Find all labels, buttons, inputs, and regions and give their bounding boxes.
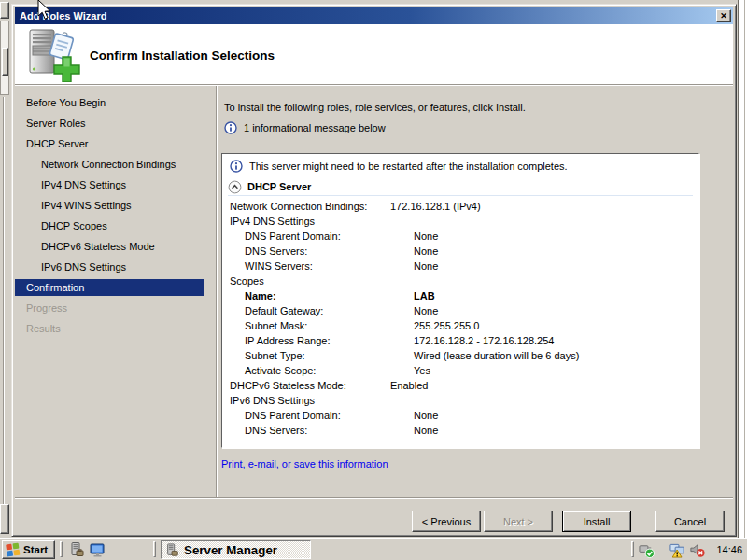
add-roles-icon [24, 28, 82, 82]
detail-row: Subnet Mask:255.255.255.0 [222, 318, 698, 333]
summary-rows: Network Connection Bindings:172.16.128.1… [222, 199, 698, 438]
detail-row: DNS Servers:None [222, 244, 698, 259]
detail-label: Activate Scope: [245, 363, 316, 378]
detail-value: None [414, 423, 438, 438]
sidebar-item-label: DHCPv6 Stateless Mode [41, 241, 155, 252]
sidebar-item-before-you-begin[interactable]: Before You Begin [15, 92, 216, 113]
close-icon: ✕ [720, 11, 727, 21]
install-button[interactable]: Install [562, 511, 631, 532]
detail-value: None [414, 408, 438, 423]
sidebar-item-dhcp-scopes[interactable]: DHCP Scopes [15, 216, 216, 236]
usb-ok-icon[interactable] [639, 542, 655, 558]
detail-value: Yes [414, 363, 430, 378]
network-warning-icon[interactable] [669, 542, 685, 558]
detail-label: DNS Servers: [245, 423, 307, 438]
chevron-up-icon [228, 180, 242, 194]
close-button[interactable]: ✕ [716, 9, 731, 22]
sidebar-item-ipv4-wins-settings[interactable]: IPv4 WINS Settings [15, 195, 216, 216]
print-email-save-link[interactable]: Print, e-mail, or save this information [221, 458, 388, 469]
detail-value: None [414, 303, 438, 318]
detail-label: Name: [245, 288, 276, 303]
detail-row: DHCPv6 Stateless Mode:Enabled [222, 378, 698, 393]
sidebar-item-label: Server Roles [26, 118, 86, 129]
confirmation-summary-panel: This server might need to be restarted a… [221, 153, 699, 448]
detail-label: IP Address Range: [245, 333, 331, 348]
sidebar-item-label: IPv4 DNS Settings [41, 179, 126, 190]
volume-muted-icon[interactable] [689, 542, 705, 558]
server-manager-icon[interactable] [69, 542, 85, 557]
page-title: Confirm Installation Selections [90, 49, 275, 63]
detail-label: Default Gateway: [245, 303, 323, 318]
detail-label: Subnet Mask: [245, 318, 307, 333]
wizard-body: Before You BeginServer RolesDHCP ServerN… [15, 86, 733, 497]
sidebar-item-label: DHCP Scopes [41, 220, 107, 231]
background-window-edge-right [738, 0, 747, 538]
background-scrollbar-thumb [2, 48, 8, 76]
add-roles-wizard-window: Add Roles Wizard ✕ [11, 4, 737, 537]
info-icon [224, 121, 237, 134]
next-button: Next > [484, 511, 553, 532]
sidebar-item-label: Network Connection Bindings [41, 159, 176, 170]
dhcp-server-section-header[interactable]: DHCP Server [228, 178, 693, 196]
detail-label: DNS Parent Domain: [245, 408, 341, 423]
detail-row: WINS Servers:None [222, 259, 698, 273]
previous-button[interactable]: < Previous [412, 511, 481, 532]
sidebar-item-network-connection-bindings[interactable]: Network Connection Bindings [15, 154, 216, 175]
detail-label: DNS Servers: [245, 244, 307, 259]
detail-label: Subnet Type: [245, 348, 305, 363]
task-area-grip[interactable] [153, 541, 156, 557]
task-label: Server Manager [184, 543, 277, 557]
windows-logo-icon [6, 542, 21, 557]
detail-value: 172.16.128.1 (IPv4) [390, 199, 481, 214]
info-summary-text: 1 informational message below [244, 122, 386, 133]
detail-value: Enabled [390, 378, 428, 393]
titlebar[interactable]: Add Roles Wizard ✕ [15, 7, 733, 24]
sidebar-item-label: Results [26, 323, 61, 334]
detail-label: Network Connection Bindings: [230, 199, 367, 214]
quick-launch-grip[interactable] [60, 541, 63, 557]
restart-notice-text: This server might need to be restarted a… [249, 161, 568, 172]
mouse-cursor [37, 0, 54, 23]
sidebar-item-label: Progress [26, 302, 67, 314]
restart-notice: This server might need to be restarted a… [230, 160, 568, 173]
sidebar-item-dhcpv6-stateless-mode[interactable]: DHCPv6 Stateless Mode [15, 236, 216, 257]
taskbar: Start Server Manager [0, 538, 747, 560]
cancel-button[interactable]: Cancel [655, 511, 725, 532]
sidebar-item-label: Before You Begin [26, 97, 106, 108]
detail-label: IPv4 DNS Settings [230, 214, 315, 229]
detail-label: DNS Parent Domain: [245, 229, 341, 244]
sidebar-item-label: IPv6 DNS Settings [41, 261, 126, 273]
desktop: { "window": { "title": "Add Roles Wizard… [0, 0, 747, 560]
detail-label: DHCPv6 Stateless Mode: [230, 378, 346, 393]
background-window-edge [0, 2, 9, 19]
sidebar-item-progress: Progress [15, 298, 216, 318]
footer-divider [15, 497, 733, 499]
sidebar-item-results: Results [15, 318, 216, 339]
detail-row: Default Gateway:None [222, 303, 698, 318]
detail-label: WINS Servers: [245, 259, 313, 273]
detail-label: Scopes [230, 273, 264, 288]
sidebar-item-label: IPv4 WINS Settings [41, 200, 132, 211]
detail-row: IPv6 DNS Settings [222, 393, 698, 408]
detail-row: Network Connection Bindings:172.16.128.1… [222, 199, 698, 214]
start-button[interactable]: Start [2, 540, 55, 559]
sidebar-item-ipv4-dns-settings[interactable]: IPv4 DNS Settings [15, 175, 216, 195]
background-window-divider [3, 97, 5, 504]
sidebar-item-server-roles[interactable]: Server Roles [15, 113, 216, 133]
taskbar-button-server-manager[interactable]: Server Manager [161, 540, 311, 559]
detail-row: IP Address Range:172.16.128.2 - 172.16.1… [222, 333, 698, 348]
info-icon [230, 160, 243, 173]
detail-row: DNS Parent Domain:None [222, 408, 698, 423]
detail-value: None [414, 244, 438, 259]
tray-clock: 14:46 [716, 544, 742, 555]
sidebar-item-confirmation[interactable]: Confirmation [15, 279, 204, 296]
sidebar-item-dhcp-server[interactable]: DHCP Server [15, 133, 216, 154]
server-manager-icon [165, 543, 179, 557]
detail-value: 172.16.128.2 - 172.16.128.254 [414, 333, 554, 348]
show-desktop-icon[interactable] [90, 542, 106, 557]
background-scrollbar [0, 21, 9, 95]
detail-row: Name:LAB [222, 288, 698, 303]
sidebar-item-ipv6-dns-settings[interactable]: IPv6 DNS Settings [15, 257, 216, 277]
detail-row: Scopes [222, 273, 698, 288]
detail-label: IPv6 DNS Settings [230, 393, 315, 408]
